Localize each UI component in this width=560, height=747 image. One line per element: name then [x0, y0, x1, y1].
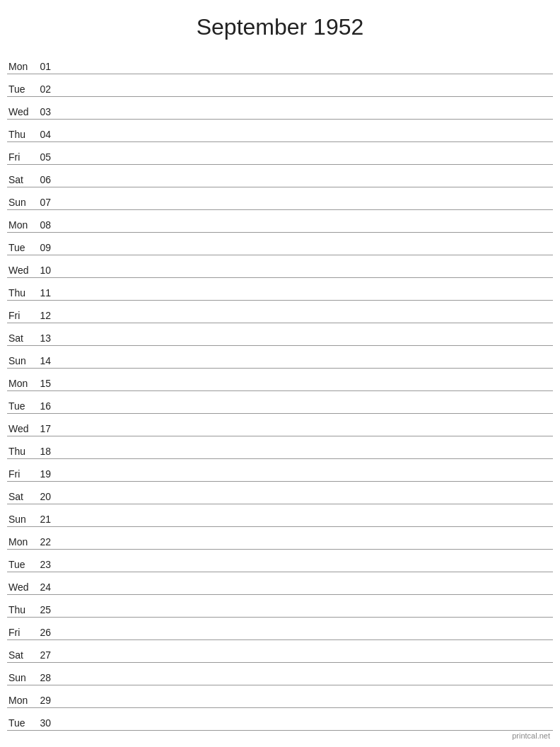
- day-name: Thu: [7, 604, 37, 615]
- calendar-row: Mon08: [7, 210, 553, 233]
- day-number: 17: [37, 423, 57, 434]
- day-number: 29: [37, 695, 57, 706]
- calendar-row: Sat13: [7, 323, 553, 346]
- day-name: Tue: [7, 400, 37, 412]
- day-line: [57, 253, 553, 253]
- day-number: 15: [37, 378, 57, 389]
- day-name: Thu: [7, 446, 37, 457]
- calendar-container: Mon01Tue02Wed03Thu04Fri05Sat06Sun07Mon08…: [0, 52, 560, 731]
- day-line: [57, 207, 553, 208]
- day-line: [57, 434, 553, 434]
- day-name: Mon: [7, 378, 37, 389]
- day-line: [57, 569, 553, 570]
- day-number: 28: [37, 672, 57, 683]
- day-name: Mon: [7, 219, 37, 231]
- day-number: 07: [37, 197, 57, 208]
- day-name: Tue: [7, 559, 37, 570]
- day-line: [57, 479, 553, 480]
- day-line: [57, 705, 553, 706]
- day-name: Wed: [7, 423, 37, 434]
- day-name: Sun: [7, 672, 37, 683]
- day-name: Wed: [7, 106, 37, 117]
- day-line: [57, 343, 553, 344]
- day-name: Thu: [7, 129, 37, 140]
- day-line: [57, 637, 553, 638]
- day-number: 03: [37, 106, 57, 117]
- calendar-row: Tue30: [7, 708, 553, 731]
- day-number: 25: [37, 604, 57, 615]
- calendar-row: Fri05: [7, 142, 553, 165]
- day-line: [57, 615, 553, 615]
- calendar-row: Sun07: [7, 187, 553, 210]
- day-number: 30: [37, 717, 57, 729]
- calendar-row: Wed10: [7, 255, 553, 278]
- day-number: 19: [37, 468, 57, 480]
- calendar-row: Sun14: [7, 346, 553, 369]
- day-line: [57, 117, 553, 117]
- calendar-row: Tue09: [7, 233, 553, 255]
- day-line: [57, 502, 553, 502]
- calendar-row: Thu25: [7, 595, 553, 618]
- day-number: 13: [37, 332, 57, 344]
- calendar-row: Mon22: [7, 527, 553, 550]
- page-title: September 1952: [0, 0, 560, 52]
- calendar-row: Tue16: [7, 391, 553, 414]
- day-line: [57, 388, 553, 389]
- day-name: Fri: [7, 310, 37, 321]
- day-number: 11: [37, 287, 57, 299]
- calendar-row: Fri19: [7, 459, 553, 482]
- day-number: 09: [37, 242, 57, 253]
- calendar-row: Tue02: [7, 74, 553, 97]
- day-name: Sat: [7, 174, 37, 185]
- day-line: [57, 660, 553, 661]
- day-line: [57, 298, 553, 299]
- calendar-row: Tue23: [7, 550, 553, 572]
- calendar-row: Sat06: [7, 165, 553, 187]
- calendar-row: Wed24: [7, 572, 553, 595]
- day-line: [57, 524, 553, 525]
- day-number: 24: [37, 581, 57, 593]
- day-name: Fri: [7, 627, 37, 638]
- footer-text: printcal.net: [512, 731, 550, 740]
- day-number: 10: [37, 265, 57, 276]
- day-number: 27: [37, 649, 57, 661]
- day-name: Tue: [7, 83, 37, 95]
- day-name: Sat: [7, 649, 37, 661]
- day-number: 23: [37, 559, 57, 570]
- calendar-row: Sat27: [7, 640, 553, 663]
- calendar-row: Fri26: [7, 618, 553, 640]
- calendar-row: Thu18: [7, 436, 553, 459]
- day-name: Tue: [7, 717, 37, 729]
- day-line: [57, 366, 553, 366]
- day-number: 18: [37, 446, 57, 457]
- calendar-row: Sun21: [7, 504, 553, 527]
- day-line: [57, 592, 553, 593]
- day-number: 05: [37, 151, 57, 163]
- calendar-row: Mon15: [7, 369, 553, 391]
- calendar-row: Sat20: [7, 482, 553, 504]
- day-number: 26: [37, 627, 57, 638]
- calendar-row: Mon01: [7, 52, 553, 74]
- day-line: [57, 94, 553, 95]
- day-name: Sun: [7, 514, 37, 525]
- day-name: Wed: [7, 265, 37, 276]
- calendar-row: Mon29: [7, 685, 553, 708]
- day-line: [57, 139, 553, 140]
- day-name: Mon: [7, 536, 37, 548]
- day-line: [57, 185, 553, 185]
- day-line: [57, 162, 553, 163]
- day-line: [57, 411, 553, 412]
- calendar-row: Fri12: [7, 301, 553, 323]
- day-line: [57, 683, 553, 683]
- day-number: 20: [37, 491, 57, 502]
- day-line: [57, 547, 553, 548]
- day-name: Thu: [7, 287, 37, 299]
- day-name: Wed: [7, 581, 37, 593]
- day-line: [57, 456, 553, 457]
- day-line: [57, 71, 553, 72]
- day-number: 01: [37, 61, 57, 72]
- day-number: 08: [37, 219, 57, 231]
- calendar-row: Wed17: [7, 414, 553, 436]
- day-name: Fri: [7, 151, 37, 163]
- day-line: [57, 275, 553, 276]
